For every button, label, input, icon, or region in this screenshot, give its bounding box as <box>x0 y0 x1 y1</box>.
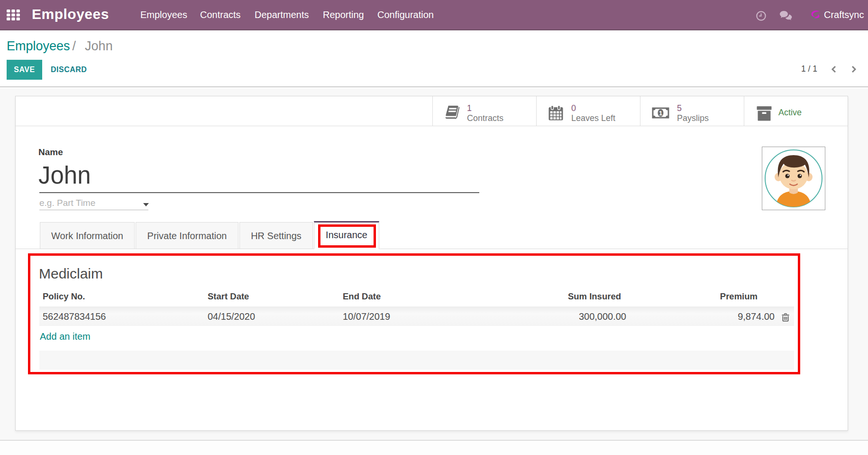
svg-text:1: 1 <box>659 110 662 117</box>
